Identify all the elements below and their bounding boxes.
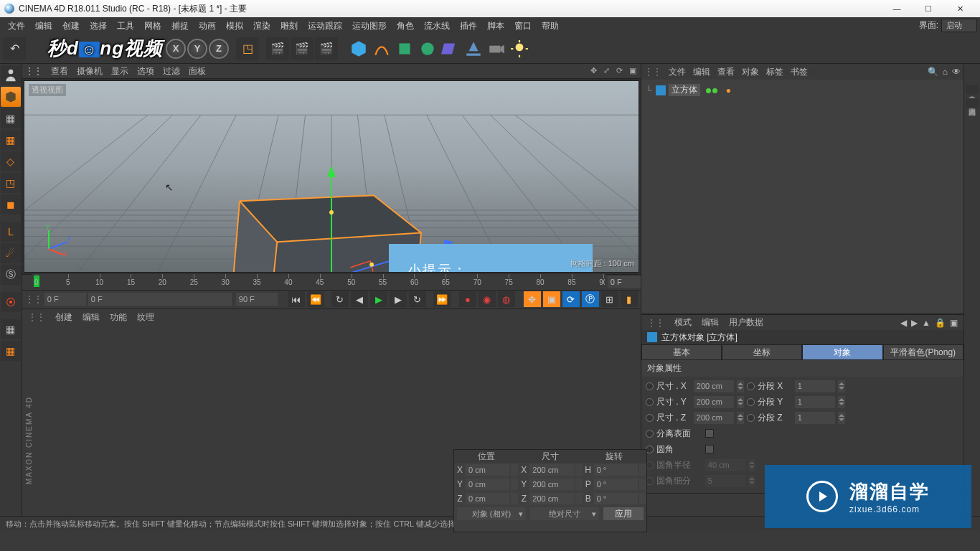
tab-coord[interactable]: 坐标 (722, 344, 802, 360)
camera-button[interactable] (486, 38, 507, 60)
spinner[interactable] (575, 464, 583, 476)
menu-create[interactable]: 创建 (57, 18, 85, 34)
field-seg-z[interactable]: 1 (795, 412, 835, 424)
key-dot-icon[interactable] (646, 414, 654, 422)
axis-y-button[interactable]: Y (187, 39, 207, 59)
menu-animation[interactable]: 动画 (194, 18, 221, 34)
menu-select[interactable]: 选择 (85, 18, 112, 34)
spinner[interactable] (639, 479, 646, 490)
am-lock-icon[interactable]: 🔒 (935, 318, 946, 328)
spinner[interactable] (838, 396, 845, 408)
vp-rotate-icon[interactable]: ⟳ (615, 66, 625, 76)
menu-plugins[interactable]: 插件 (455, 18, 482, 34)
visibility-dots[interactable] (706, 85, 719, 95)
tab-basic[interactable]: 基本 (641, 344, 722, 360)
key-dot-icon[interactable] (646, 430, 654, 438)
om-edit[interactable]: 编辑 (693, 66, 710, 78)
menu-window[interactable]: 窗口 (509, 18, 537, 34)
edge-mode-button[interactable]: ◳ (1, 173, 21, 193)
vertex-mode-button[interactable]: ◇ (1, 151, 21, 171)
next-key-button[interactable]: ⏩ (433, 291, 451, 307)
menu-script[interactable]: 脚本 (482, 18, 509, 34)
mm-texture[interactable]: 纹理 (137, 311, 154, 324)
om-home-icon[interactable]: ⌂ (943, 67, 948, 77)
vpmenu-panel[interactable]: 面板 (189, 65, 206, 77)
om-search-icon[interactable]: 🔍 (928, 67, 938, 77)
spinner[interactable] (511, 464, 518, 476)
am-userdata[interactable]: 用户数据 (729, 316, 763, 329)
mm-edit[interactable]: 编辑 (83, 311, 100, 324)
am-new-icon[interactable]: ▣ (950, 318, 958, 328)
vtab-content-browser[interactable]: 内容浏览器 (966, 98, 979, 107)
spinner[interactable] (575, 479, 583, 490)
prev-key-button[interactable]: ⏪ (307, 291, 324, 307)
vpmenu-filter[interactable]: 过滤 (163, 65, 180, 77)
chk-separate[interactable] (705, 429, 714, 438)
spinner[interactable] (737, 412, 744, 424)
viewport[interactable]: 透视视图 ↖ 小提示： 选中物体 网格间距 : 100 cm Y Z X (24, 80, 639, 273)
minimize-button[interactable]: — (881, 0, 913, 17)
viewport-solo-off-button[interactable]: ▦ (1, 341, 21, 361)
play-button[interactable]: ▶ (370, 291, 387, 307)
rot-b-field[interactable]: 0 ° (594, 493, 638, 504)
size-mode-select[interactable]: 绝对尺寸 (530, 507, 599, 520)
step-back-button[interactable]: ◀ (351, 291, 368, 307)
tweak-mode-button[interactable]: ☄ (1, 243, 21, 263)
spinner[interactable] (511, 479, 518, 490)
menu-tools[interactable]: 工具 (112, 18, 139, 34)
menu-character[interactable]: 角色 (392, 18, 419, 34)
play-fwd-button[interactable]: ↻ (409, 291, 426, 307)
spinner[interactable] (838, 412, 845, 424)
coord-mode-select[interactable]: 对象 (相对) (457, 507, 526, 520)
environment-button[interactable] (463, 38, 484, 60)
key-dot-icon[interactable] (646, 398, 654, 406)
om-file[interactable]: 文件 (669, 66, 686, 78)
rot-h-field[interactable]: 0 ° (594, 464, 638, 476)
texture-mode-button[interactable]: ▦ (1, 108, 21, 128)
key-pos-button[interactable]: ✥ (524, 291, 541, 307)
key-rot-button[interactable]: ⟳ (562, 291, 580, 307)
spinner[interactable] (511, 493, 518, 504)
key-dot-icon[interactable] (747, 414, 755, 422)
menu-mograph[interactable]: 运动图形 (347, 18, 392, 34)
vp-grip-icon[interactable]: ⋮⋮ (25, 66, 42, 76)
vp-move-icon[interactable]: ✥ (589, 66, 599, 76)
field-seg-y[interactable]: 1 (795, 396, 835, 408)
am-up-icon[interactable]: ▲ (922, 318, 930, 328)
vp-zoom-icon[interactable]: ⤢ (602, 66, 612, 76)
vtab-name[interactable]: 名称 (966, 85, 979, 94)
object-tree[interactable]: └ 立方体 ● (641, 80, 963, 314)
time-current-field[interactable]: 0 F (88, 293, 232, 306)
om-eye-icon[interactable]: 👁 (952, 67, 961, 77)
key-dot-icon[interactable] (747, 398, 755, 406)
apply-button[interactable]: 应用 (603, 507, 644, 520)
field-size-y[interactable]: 200 cm (694, 396, 734, 408)
coord-system-button[interactable]: ◳ (236, 37, 259, 60)
vpmenu-view[interactable]: 查看 (51, 65, 68, 77)
layout-selector[interactable]: 启动 (941, 19, 977, 32)
menu-sculpt[interactable]: 雕刻 (275, 18, 303, 34)
key-param-button[interactable]: Ⓟ (582, 291, 599, 307)
menu-render[interactable]: 渲染 (248, 18, 275, 34)
menu-motiontrack[interactable]: 运动跟踪 (303, 18, 347, 34)
undo-button[interactable]: ↶ (3, 37, 26, 60)
om-bookmarks[interactable]: 书签 (791, 66, 808, 78)
pos-z-field[interactable]: 0 cm (466, 493, 509, 504)
am-edit[interactable]: 编辑 (702, 316, 719, 329)
timeline[interactable]: 051015202530354045505560657075808590 0 F (22, 274, 641, 290)
tree-item-cube[interactable]: └ 立方体 ● (644, 83, 961, 98)
menu-file[interactable]: 文件 (3, 18, 30, 34)
vpmenu-display[interactable]: 显示 (111, 65, 128, 77)
timeline-ruler[interactable]: 051015202530354045505560657075808590 (32, 274, 605, 290)
size-y-field[interactable]: 200 cm (529, 479, 573, 490)
field-seg-x[interactable]: 1 (795, 380, 835, 392)
model-mode-button[interactable] (1, 87, 21, 107)
deformer-button[interactable] (440, 38, 461, 60)
menu-edit[interactable]: 编辑 (30, 18, 57, 34)
cube-primitive-button[interactable] (348, 38, 369, 60)
am-mode[interactable]: 模式 (674, 316, 692, 329)
spinner[interactable] (737, 396, 744, 408)
array-button[interactable] (417, 38, 438, 60)
rot-p-field[interactable]: 0 ° (594, 479, 638, 490)
vpmenu-options[interactable]: 选项 (137, 65, 154, 77)
